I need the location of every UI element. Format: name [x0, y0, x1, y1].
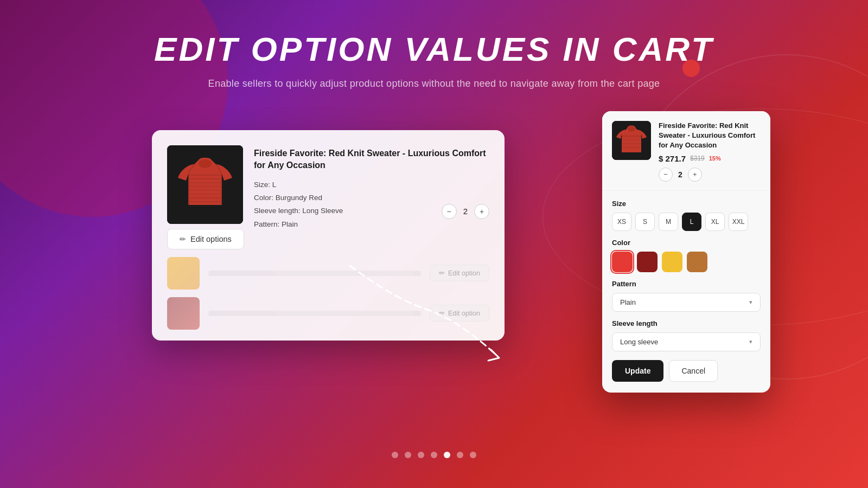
carousel-dot-1[interactable]	[392, 452, 398, 458]
carousel-dot-2[interactable]	[405, 452, 411, 458]
size-btn-m[interactable]: M	[659, 213, 678, 231]
carousel-dots	[0, 452, 868, 458]
carousel-dot-3[interactable]	[418, 452, 424, 458]
pattern-section-label: Pattern	[612, 280, 761, 288]
size-btn-xs[interactable]: XS	[612, 213, 631, 231]
action-row: Update Cancel	[612, 360, 761, 382]
pattern-dropdown[interactable]: Plain ▾	[612, 293, 761, 312]
modal-price: $ 271.7	[659, 154, 686, 163]
ghost-image-2	[167, 297, 200, 330]
product-meta: Size: L Color: Burgundy Red Sleeve lengt…	[254, 178, 489, 231]
pattern-label: Pattern: Plain	[254, 218, 489, 231]
modal-header: Fireside Favorite: Red Knit Sweater - Lu…	[602, 111, 770, 191]
qty-decrease-btn[interactable]: −	[442, 204, 457, 219]
update-button[interactable]: Update	[612, 360, 663, 382]
dashed-arrow	[339, 255, 524, 380]
modal-qty-increase[interactable]: +	[688, 168, 702, 182]
modal-original-price: $319	[690, 155, 705, 162]
pattern-section: Pattern Plain ▾	[612, 280, 761, 312]
color-swatch-burgundy[interactable]	[637, 252, 658, 272]
carousel-dot-7[interactable]	[470, 452, 476, 458]
color-swatch-yellow[interactable]	[662, 252, 682, 272]
size-btn-xxl[interactable]: XXL	[729, 213, 748, 231]
modal-product-name: Fireside Favorite: Red Knit Sweater - Lu…	[659, 121, 761, 151]
edit-icon: ✏	[180, 235, 186, 243]
carousel-dot-4[interactable]	[431, 452, 437, 458]
cart-details: Fireside Favorite: Red Knit Sweater - Lu…	[254, 145, 489, 231]
modal-qty-row: − 2 +	[659, 168, 761, 182]
size-btn-l[interactable]: L	[682, 213, 701, 231]
size-btn-xl[interactable]: XL	[705, 213, 725, 231]
sleeve-section: Sleeve length Long sleeve ▾	[612, 319, 761, 351]
size-options: XS S M L XL XXL	[612, 213, 761, 231]
qty-increase-btn[interactable]: +	[474, 204, 489, 219]
carousel-dot-5[interactable]	[444, 452, 450, 458]
cancel-button[interactable]: Cancel	[669, 360, 718, 382]
cart-item-row: Fireside Favorite: Red Knit Sweater - Lu…	[167, 145, 489, 231]
page-title: EDIT OPTION VALUES IN CART	[0, 30, 868, 68]
page-subtitle: Enable sellers to quickly adjust product…	[0, 78, 868, 89]
size-label: Size: L	[254, 178, 489, 191]
sleeve-section-label: Sleeve length	[612, 319, 761, 328]
size-section-label: Size	[612, 200, 761, 208]
color-section-label: Color	[612, 239, 761, 247]
svg-point-15	[628, 126, 635, 132]
color-swatch-brown[interactable]	[687, 252, 707, 272]
sleeve-value: Long sleeve	[620, 338, 658, 346]
quantity-value: 2	[463, 207, 468, 216]
product-name: Fireside Favorite: Red Knit Sweater - Lu…	[254, 147, 489, 172]
modal-qty-decrease[interactable]: −	[659, 168, 673, 182]
svg-point-9	[199, 159, 212, 168]
chevron-down-icon: ▾	[749, 299, 752, 306]
modal-qty-value: 2	[678, 170, 682, 179]
pattern-value: Plain	[620, 298, 636, 306]
ghost-image-1	[167, 257, 200, 290]
edit-button-label: Edit options	[190, 235, 232, 243]
modal-discount: 15%	[709, 155, 721, 162]
size-btn-s[interactable]: S	[635, 213, 655, 231]
product-image	[167, 145, 243, 224]
color-options	[612, 252, 761, 272]
color-swatch-red[interactable]	[612, 252, 633, 272]
edit-modal: Fireside Favorite: Red Knit Sweater - Lu…	[602, 111, 770, 393]
color-section: Color	[612, 239, 761, 272]
modal-body: Size XS S M L XL XXL Color Pattern	[602, 191, 770, 393]
chevron-down-icon-2: ▾	[749, 338, 752, 345]
edit-options-button[interactable]: ✏ Edit options	[167, 229, 244, 249]
page-header: EDIT OPTION VALUES IN CART Enable seller…	[0, 30, 868, 89]
carousel-dot-6[interactable]	[457, 452, 463, 458]
modal-product-info: Fireside Favorite: Red Knit Sweater - Lu…	[659, 121, 761, 182]
color-label: Color: Burgundy Red	[254, 191, 489, 204]
size-section: Size XS S M L XL XXL	[612, 200, 761, 231]
modal-product-image	[612, 121, 651, 160]
sleeve-dropdown[interactable]: Long sleeve ▾	[612, 332, 761, 351]
modal-price-row: $ 271.7 $319 15%	[659, 154, 761, 163]
